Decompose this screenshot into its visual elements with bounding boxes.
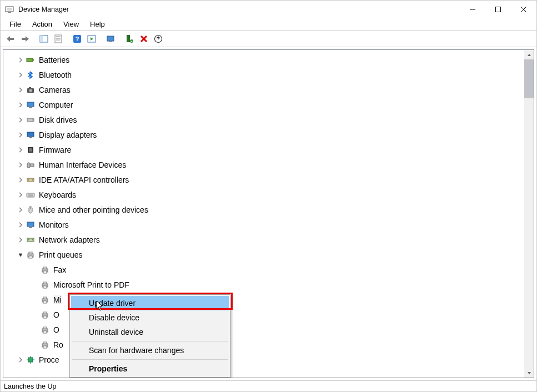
minimize-button[interactable] — [460, 1, 485, 18]
toolbar-separator — [66, 32, 69, 46]
menu-file[interactable]: File — [4, 19, 27, 29]
tree-category[interactable]: Cameras — [3, 82, 534, 97]
tree-category[interactable]: Monitors — [3, 217, 534, 232]
tree-category-label: Monitors — [39, 220, 69, 229]
add-legacy-hardware-button[interactable]: + — [123, 32, 136, 46]
expander-icon[interactable] — [16, 205, 26, 215]
tree-category[interactable]: Batteries — [3, 52, 534, 67]
svg-rect-62 — [43, 286, 47, 288]
context-menu-item[interactable]: Properties — [71, 361, 229, 376]
scroll-thumb[interactable] — [524, 59, 534, 98]
tree-category-label: Computer — [39, 100, 73, 109]
svg-rect-41 — [27, 178, 34, 182]
tree-category[interactable]: Computer — [3, 97, 534, 112]
tree-item-label: Fax — [53, 265, 66, 274]
uninstall-device-button[interactable] — [137, 32, 150, 46]
svg-rect-40 — [31, 164, 34, 167]
tree-category[interactable]: Print queues — [3, 247, 534, 262]
maximize-button[interactable] — [485, 1, 511, 18]
expander-icon[interactable] — [16, 355, 26, 365]
svg-point-43 — [32, 179, 33, 180]
tree-item[interactable]: Fax — [3, 262, 534, 277]
svg-rect-49 — [27, 222, 34, 227]
context-menu-item[interactable]: Uninstall device — [71, 325, 229, 339]
battery-icon — [26, 55, 36, 65]
svg-rect-8 — [22, 38, 26, 40]
tree-category[interactable]: Display adapters — [3, 127, 534, 142]
svg-rect-19 — [109, 41, 112, 42]
tree-category-label: Firmware — [39, 145, 71, 154]
tree-category[interactable]: Firmware — [3, 142, 534, 157]
svg-rect-56 — [29, 256, 32, 258]
printer-icon — [40, 265, 50, 275]
show-hide-console-tree-button[interactable] — [37, 32, 51, 46]
tree-item[interactable]: Microsoft Print to PDF — [3, 277, 534, 292]
tree-category[interactable]: Network adapters — [3, 232, 534, 247]
svg-rect-64 — [43, 297, 47, 299]
properties-button[interactable] — [52, 32, 65, 46]
expander-icon[interactable] — [16, 175, 26, 185]
expander-icon[interactable] — [16, 190, 26, 200]
svg-rect-27 — [33, 59, 34, 61]
help-button[interactable]: ? — [71, 32, 84, 46]
svg-rect-73 — [43, 342, 47, 344]
menu-action[interactable]: Action — [27, 19, 58, 29]
tree-category[interactable]: Bluetooth — [3, 67, 534, 82]
printer-icon — [40, 310, 50, 320]
expander-icon[interactable] — [16, 145, 26, 155]
tree-category[interactable]: Human Interface Devices — [3, 157, 534, 172]
tree-item-label: Microsoft Print to PDF — [53, 280, 129, 289]
action-button[interactable] — [85, 32, 98, 46]
expander-icon[interactable] — [16, 55, 26, 65]
hid-icon — [26, 160, 36, 170]
mouse-icon — [26, 205, 36, 215]
context-menu[interactable]: Update driverDisable deviceUninstall dev… — [69, 294, 230, 378]
vertical-scrollbar[interactable] — [524, 50, 534, 378]
tree-category-label: Display adapters — [39, 130, 97, 139]
back-button[interactable] — [4, 32, 17, 46]
tree-category[interactable]: Mice and other pointing devices — [3, 202, 534, 217]
expander-icon[interactable] — [16, 160, 26, 170]
expander-icon[interactable] — [16, 115, 26, 125]
expander-icon[interactable] — [16, 220, 26, 230]
tree-category-label: Disk drives — [39, 115, 77, 124]
expander-icon[interactable] — [16, 70, 26, 80]
svg-rect-11 — [55, 35, 62, 43]
scroll-up-button[interactable] — [524, 50, 534, 59]
network-icon — [26, 235, 36, 245]
svg-rect-10 — [40, 36, 43, 42]
expander-icon[interactable] — [16, 100, 26, 110]
expander-icon[interactable] — [16, 130, 26, 140]
forward-button[interactable] — [18, 32, 32, 46]
svg-rect-50 — [29, 227, 32, 228]
tree-category[interactable]: IDE ATA/ATAPI controllers — [3, 172, 534, 187]
close-button[interactable] — [511, 1, 536, 18]
expander-icon[interactable] — [16, 250, 26, 260]
scan-hardware-button[interactable] — [104, 32, 117, 46]
context-menu-item[interactable]: Disable device — [71, 310, 229, 325]
tree-category-label: Mice and other pointing devices — [39, 205, 148, 214]
menu-view[interactable]: View — [58, 19, 84, 29]
svg-rect-7 — [10, 38, 14, 40]
expander-placeholder — [30, 310, 40, 320]
svg-rect-55 — [29, 252, 32, 254]
scroll-down-button[interactable] — [524, 368, 534, 378]
context-menu-item[interactable]: Update driver — [71, 296, 229, 310]
expander-icon[interactable] — [16, 85, 26, 95]
svg-rect-4 — [496, 7, 501, 12]
tree-category-label: Network adapters — [39, 235, 100, 244]
processor-icon — [26, 355, 36, 365]
context-menu-item[interactable]: Scan for hardware changes — [71, 343, 229, 358]
svg-rect-74 — [43, 346, 47, 348]
svg-rect-2 — [8, 12, 11, 13]
update-driver-button[interactable] — [152, 32, 165, 46]
tree-category-label: Cameras — [39, 86, 71, 94]
svg-rect-70 — [43, 327, 47, 329]
menu-help[interactable]: Help — [84, 19, 111, 29]
expander-icon[interactable] — [16, 235, 26, 245]
svg-rect-67 — [43, 312, 47, 314]
tree-category[interactable]: Keyboards — [3, 187, 534, 202]
svg-rect-59 — [43, 271, 47, 273]
svg-rect-58 — [43, 267, 47, 269]
tree-category[interactable]: Disk drives — [3, 112, 534, 127]
